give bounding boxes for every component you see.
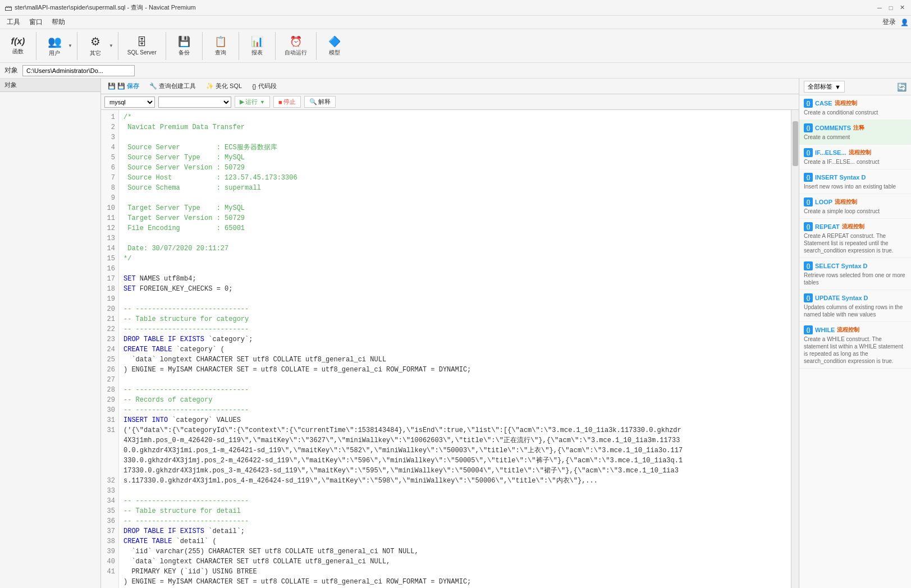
sqlserver-tool-button[interactable]: 🗄 SQL Server — [123, 34, 161, 58]
beautify-label: 美化 SQL — [216, 82, 242, 90]
other-tool-button[interactable]: ⚙ 其它 — [82, 33, 109, 59]
snippet-while-badge: 流程控制 — [837, 326, 859, 334]
snippet-loop[interactable]: {} LOOP 流程控制 Create a simple loop constr… — [799, 194, 911, 219]
vertical-scrollbar[interactable] — [791, 110, 799, 588]
save-label: 💾 保存 — [117, 82, 139, 90]
snippet-loop-badge: 流程控制 — [835, 198, 857, 206]
other-icon: ⚙ — [90, 35, 100, 48]
explain-button[interactable]: 🔍 解释 — [304, 96, 336, 108]
snippet-case[interactable]: {} CASE 流程控制 Create a conditional constr… — [799, 95, 911, 120]
login-button[interactable]: 登录 — [882, 17, 896, 27]
explain-label: 解释 — [318, 98, 331, 106]
report-label: 报表 — [251, 49, 263, 57]
tool-group-other: ⚙ 其它 ▼ — [82, 32, 118, 60]
snippet-ifelse-title: {} IF...ELSE... 流程控制 — [804, 148, 907, 157]
backup-icon: 💾 — [178, 35, 190, 48]
close-button[interactable]: ✕ — [898, 3, 907, 12]
run-dropdown-arrow[interactable]: ▼ — [260, 99, 265, 105]
window-title: ster\mallAPI-master\spider\supermall.sql… — [15, 3, 196, 12]
stop-button[interactable]: ■ 停止 — [273, 96, 301, 108]
beautify-button[interactable]: ✨ 美化 SQL — [203, 81, 245, 91]
user-dropdown-arrow[interactable]: ▼ — [68, 43, 72, 48]
left-panel: 对象 — [0, 79, 101, 588]
right-panel-header: 全部标签 ▼ 🔄 — [799, 79, 911, 95]
snippet-while[interactable]: {} WHILE 流程控制 Create a WHILE construct. … — [799, 322, 911, 369]
main-layout: 对象 💾 💾 保存 🔧 查询创建工具 ✨ 美化 SQL {} 代码段 — [0, 79, 911, 588]
save-button[interactable]: 💾 💾 保存 — [104, 81, 143, 91]
tag-dropdown[interactable]: 全部标签 ▼ — [804, 81, 845, 93]
snippet-repeat[interactable]: {} REPEAT 流程控制 Create A REPEAT construct… — [799, 219, 911, 258]
title-bar: 🗃 ster\mallAPI-master\spider\supermall.s… — [0, 0, 911, 16]
database-select[interactable]: mysql — [104, 97, 155, 108]
autorun-label: 自动运行 — [285, 49, 307, 57]
line-numbers: 12345 678910 1112131415 1617181920 21222… — [101, 110, 119, 588]
snippet-repeat-title: {} REPEAT 流程控制 — [804, 222, 907, 231]
snippet-loop-title: {} LOOP 流程控制 — [804, 197, 907, 206]
snippet-update-name: UPDATE Syntax D — [815, 295, 868, 301]
backup-tool-button[interactable]: 💾 备份 — [171, 33, 198, 59]
run-button[interactable]: ▶ 运行 ▼ — [235, 96, 270, 108]
snippet-ifelse-desc: Create a IF...ELSE... construct — [804, 158, 907, 166]
refresh-icon[interactable]: 🔄 — [897, 82, 907, 91]
snippet-if-else[interactable]: {} IF...ELSE... 流程控制 Create a IF...ELSE.… — [799, 145, 911, 169]
model-tool-button[interactable]: 🔷 模型 — [321, 33, 348, 59]
report-icon: 📊 — [251, 35, 263, 48]
snippet-comments-desc: Create a comment — [804, 134, 907, 141]
address-input[interactable] — [22, 65, 135, 76]
menu-tools[interactable]: 工具 — [2, 16, 25, 28]
address-label: 对象 — [4, 66, 18, 75]
query-builder-button[interactable]: 🔧 查询创建工具 — [146, 81, 199, 91]
autorun-tool-button[interactable]: ⏰ 自动运行 — [280, 33, 312, 59]
sqlserver-label: SQL Server — [127, 49, 157, 56]
function-tool-button[interactable]: f(x) 函数 — [4, 34, 31, 58]
function-icon: f(x) — [11, 36, 25, 47]
menu-help[interactable]: 帮助 — [47, 16, 70, 28]
sqlserver-icon: 🗄 — [137, 36, 147, 48]
snippet-update-icon: {} — [804, 293, 813, 302]
stop-label: 停止 — [283, 98, 296, 106]
code-content[interactable]: /* Navicat Premium Data Transfer Source … — [119, 110, 791, 588]
snippet-ifelse-name: IF...ELSE... — [815, 149, 846, 156]
snippet-update[interactable]: {} UPDATE Syntax D Updates columns of ex… — [799, 290, 911, 322]
right-panel: 全部标签 ▼ 🔄 {} CASE 流程控制 Create a condition… — [799, 79, 911, 588]
backup-label: 备份 — [178, 49, 190, 57]
autorun-icon: ⏰ — [290, 35, 302, 48]
run-icon: ▶ — [240, 98, 244, 105]
tool-group-report: 📊 报表 — [244, 32, 276, 60]
snippet-while-icon: {} — [804, 325, 813, 334]
code-editor[interactable]: 12345 678910 1112131415 1617181920 21222… — [101, 110, 799, 588]
title-bar-controls: ─ □ ✕ — [875, 3, 907, 12]
snippet-update-desc: Updates columns of existing rows in the … — [804, 304, 907, 318]
snippet-update-title: {} UPDATE Syntax D — [804, 293, 907, 302]
snippet-case-badge: 流程控制 — [835, 99, 857, 107]
snippet-comments-badge: 注释 — [853, 124, 864, 132]
code-snippet-button[interactable]: {} 代码段 — [249, 81, 280, 91]
query-tool-button[interactable]: 📋 查询 — [207, 33, 234, 59]
schema-select[interactable] — [158, 97, 231, 108]
snippet-loop-icon: {} — [804, 197, 813, 206]
maximize-button[interactable]: □ — [886, 3, 895, 12]
snippet-insert-desc: Insert new rows into an existing table — [804, 183, 907, 190]
tool-group-query: 📋 查询 — [207, 32, 239, 60]
explain-icon: 🔍 — [309, 98, 317, 105]
run-label: 运行 — [245, 98, 258, 106]
snippet-repeat-icon: {} — [804, 222, 813, 231]
user-tool-button[interactable]: 👥 用户 — [41, 33, 68, 59]
snippet-select-desc: Retrieve rows selected from one or more … — [804, 272, 907, 286]
user-icon: 👤 — [900, 19, 909, 26]
snippet-while-name: WHILE — [815, 327, 835, 333]
tag-dropdown-arrow: ▼ — [835, 84, 841, 90]
report-tool-button[interactable]: 📊 报表 — [244, 33, 271, 59]
tag-label: 全部标签 — [808, 82, 832, 91]
scrollbar-thumb[interactable] — [793, 121, 798, 166]
menu-window[interactable]: 窗口 — [25, 16, 47, 28]
snippet-select[interactable]: {} SELECT Syntax D Retrieve rows selecte… — [799, 258, 911, 290]
snippet-insert-name: INSERT Syntax D — [815, 174, 866, 181]
minimize-button[interactable]: ─ — [875, 3, 884, 12]
snippet-insert[interactable]: {} INSERT Syntax D Insert new rows into … — [799, 169, 911, 194]
menu-bar: 工具 窗口 帮助 登录 👤 — [0, 16, 911, 29]
other-dropdown-arrow[interactable]: ▼ — [109, 43, 113, 48]
snippet-while-title: {} WHILE 流程控制 — [804, 325, 907, 334]
model-icon: 🔷 — [328, 35, 341, 48]
snippet-comments[interactable]: {} COMMENTS 注释 Create a comment — [799, 120, 911, 145]
